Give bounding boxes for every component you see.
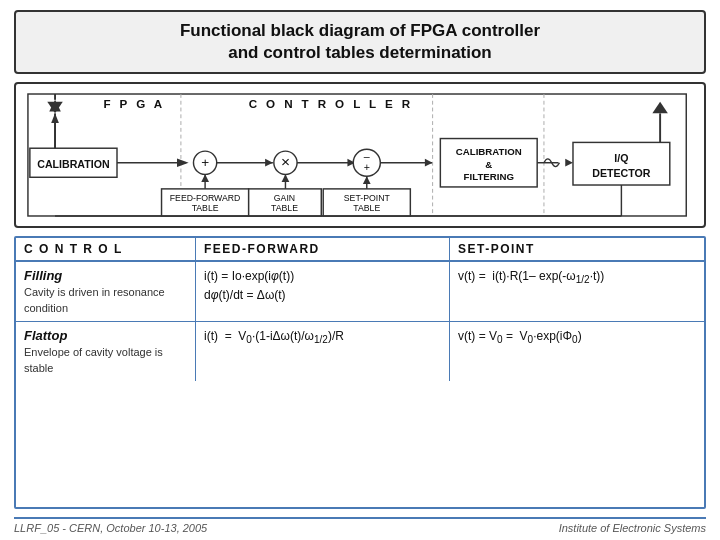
control-table: C O N T R O L FEED-FORWARD SET-POINT Fil… bbox=[14, 236, 706, 509]
filling-feedforward-math: i(t) = Io·exp(iφ(t)) dφ(t)/dt = Δω(t) bbox=[196, 262, 450, 321]
svg-marker-12 bbox=[201, 175, 209, 183]
svg-text:FILTERING: FILTERING bbox=[464, 171, 514, 182]
svg-marker-21 bbox=[282, 175, 290, 183]
footer-right: Institute of Electronic Systems bbox=[559, 522, 706, 534]
page-title: Functional black diagram of FPGA control… bbox=[26, 20, 694, 64]
table-header-row: C O N T R O L FEED-FORWARD SET-POINT bbox=[16, 238, 704, 262]
svg-text:&: & bbox=[485, 159, 492, 170]
flattop-title: Flattop bbox=[24, 327, 187, 345]
svg-text:+: + bbox=[364, 162, 370, 174]
svg-text:C O N T R O L L E R: C O N T R O L L E R bbox=[249, 97, 413, 110]
svg-text:I/Q: I/Q bbox=[614, 152, 628, 164]
table-row-filling: Filling Cavity is driven in resonance co… bbox=[16, 262, 704, 322]
svg-text:DETECTOR: DETECTOR bbox=[592, 167, 651, 179]
svg-marker-52 bbox=[51, 114, 59, 124]
table-header-setpoint: SET-POINT bbox=[450, 238, 704, 262]
table-row-flattop: Flattop Envelope of cavity voltage is st… bbox=[16, 322, 704, 381]
filling-title: Filling bbox=[24, 267, 187, 285]
svg-marker-17 bbox=[265, 159, 273, 167]
svg-marker-36 bbox=[425, 159, 433, 167]
title-box: Functional black diagram of FPGA control… bbox=[14, 10, 706, 74]
svg-text:TABLE: TABLE bbox=[353, 203, 380, 213]
svg-text:TABLE: TABLE bbox=[271, 203, 298, 213]
flattop-feedforward-math: i(t) = V0·(1-iΔω(t)/ω1/2)/R bbox=[196, 322, 450, 381]
svg-text:SET-POINT: SET-POINT bbox=[344, 194, 391, 204]
svg-text:GAIN: GAIN bbox=[274, 194, 295, 204]
svg-marker-48 bbox=[652, 102, 667, 114]
table-header-control: C O N T R O L bbox=[16, 238, 196, 262]
flattop-setpoint-math: v(t) = V0 = V0·exp(iΦ0) bbox=[450, 322, 704, 381]
filling-setpoint-math: v(t) = i(t)·R(1– exp(-ω1/2·t)) bbox=[450, 262, 704, 321]
footer-bar: LLRF_05 - CERN, October 10-13, 2005 Inst… bbox=[14, 517, 706, 534]
svg-text:CALIBRATION: CALIBRATION bbox=[37, 158, 109, 170]
page-container: Functional black diagram of FPGA control… bbox=[0, 0, 720, 540]
svg-text:–: – bbox=[364, 150, 370, 162]
svg-text:F P G A: F P G A bbox=[103, 97, 165, 110]
svg-text:FEED-FORWARD: FEED-FORWARD bbox=[170, 194, 241, 204]
filling-subtitle: Cavity is driven in resonance condition bbox=[24, 285, 187, 316]
diagram-box: F P G A C O N T R O L L E R CALIBRATION … bbox=[14, 82, 706, 228]
footer-left: LLRF_05 - CERN, October 10-13, 2005 bbox=[14, 522, 207, 534]
table-header-feedforward: FEED-FORWARD bbox=[196, 238, 450, 262]
svg-marker-31 bbox=[363, 176, 371, 184]
diagram-svg: F P G A C O N T R O L L E R CALIBRATION … bbox=[26, 90, 694, 220]
flattop-label-cell: Flattop Envelope of cavity voltage is st… bbox=[16, 322, 196, 381]
svg-text:CALIBRATION: CALIBRATION bbox=[456, 146, 522, 157]
svg-text:+: + bbox=[201, 155, 209, 170]
flattop-subtitle: Envelope of cavity voltage is stable bbox=[24, 345, 187, 376]
filling-label-cell: Filling Cavity is driven in resonance co… bbox=[16, 262, 196, 321]
svg-text:TABLE: TABLE bbox=[192, 203, 219, 213]
svg-marker-44 bbox=[565, 159, 573, 167]
svg-text:×: × bbox=[281, 153, 290, 170]
